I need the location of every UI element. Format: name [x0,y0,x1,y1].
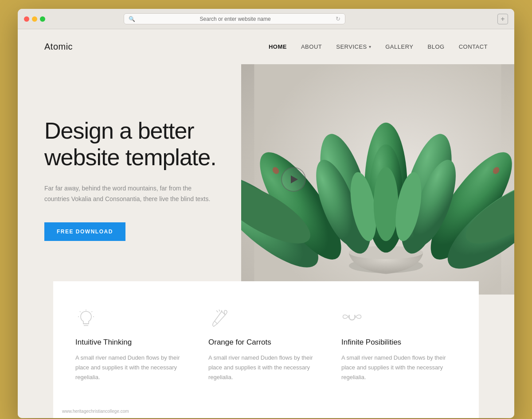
feature-desc-3: A small river named Duden flows by their… [341,353,457,382]
hero-content: Design a better website template. Far fa… [18,91,291,267]
site-nav: HOME ABOUT SERVICES ▾ GALLERY BLOG CONTA… [269,43,488,50]
address-bar-text: Search or enter website name [138,16,333,22]
feature-title-3: Infinite Posibilities [341,338,401,347]
chevron-down-icon: ▾ [369,44,372,49]
new-tab-button[interactable]: + [497,14,508,24]
features-section: Intuitive Thinking A small river named D… [53,281,479,404]
nav-contact[interactable]: CONTACT [459,43,488,50]
nav-blog[interactable]: BLOG [428,43,445,50]
feature-desc-1: A small river named Duden flows by their… [75,353,191,382]
feature-item-3: Infinite Posibilities A small river name… [341,308,457,382]
feature-desc-2: A small river named Duden flows by their… [208,353,324,382]
close-button[interactable] [24,16,29,22]
svg-line-26 [92,311,93,312]
search-icon: 🔍 [129,16,135,22]
svg-line-29 [216,310,218,312]
browser-chrome: 🔍 Search or enter website name ↻ + [18,9,514,29]
site-logo: Atomic [44,42,73,52]
nav-about[interactable]: ABOUT [301,43,322,50]
feature-title-1: Intuitive Thinking [75,338,132,347]
nav-home[interactable]: HOME [269,43,287,50]
nav-services[interactable]: SERVICES ▾ [336,43,371,50]
traffic-lights [24,16,45,22]
play-button[interactable] [281,167,306,192]
feature-title-2: Orange for Carrots [208,338,271,347]
svg-point-16 [374,167,399,241]
svg-line-25 [80,311,81,312]
play-icon [291,175,298,183]
nav-gallery[interactable]: GALLERY [385,43,413,50]
carrot-icon [208,308,230,329]
feature-item-2: Orange for Carrots A small river named D… [208,308,324,382]
feature-item-1: Intuitive Thinking A small river named D… [75,308,191,382]
watermark: www.heritagechristiancollege.com [53,404,479,418]
minimize-button[interactable] [32,16,37,22]
hero-title: Design a better website template. [44,118,264,171]
hero-subtitle: Far far away, behind the word mountains,… [44,183,213,205]
hero-section: Design a better website template. Far fa… [18,64,514,295]
lightbulb-icon [75,308,97,329]
browser-window: 🔍 Search or enter website name ↻ + Atomi… [18,9,514,418]
refresh-icon: ↻ [336,16,340,22]
address-bar[interactable]: 🔍 Search or enter website name ↻ [124,13,345,24]
svg-line-30 [219,310,220,311]
site-header: Atomic HOME ABOUT SERVICES ▾ GALLERY BLO… [18,29,514,64]
cta-button[interactable]: FREE DOWNLOAD [44,222,125,241]
website-content: Atomic HOME ABOUT SERVICES ▾ GALLERY BLO… [18,29,514,418]
infinity-icon [341,308,363,329]
maximize-button[interactable] [40,16,45,22]
